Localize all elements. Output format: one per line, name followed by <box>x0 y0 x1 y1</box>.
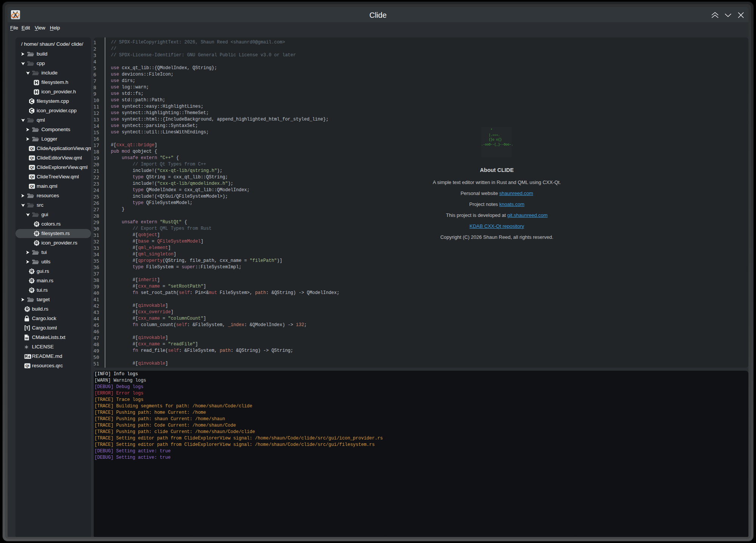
svg-text:Qt: Qt <box>30 156 34 160</box>
svg-text:Qt: Qt <box>30 175 34 179</box>
svg-text:Qt: Qt <box>30 165 34 169</box>
svg-text:Qt: Qt <box>30 146 34 150</box>
svg-text:Qt: Qt <box>30 184 34 188</box>
svg-text:Qt: Qt <box>25 364 29 368</box>
